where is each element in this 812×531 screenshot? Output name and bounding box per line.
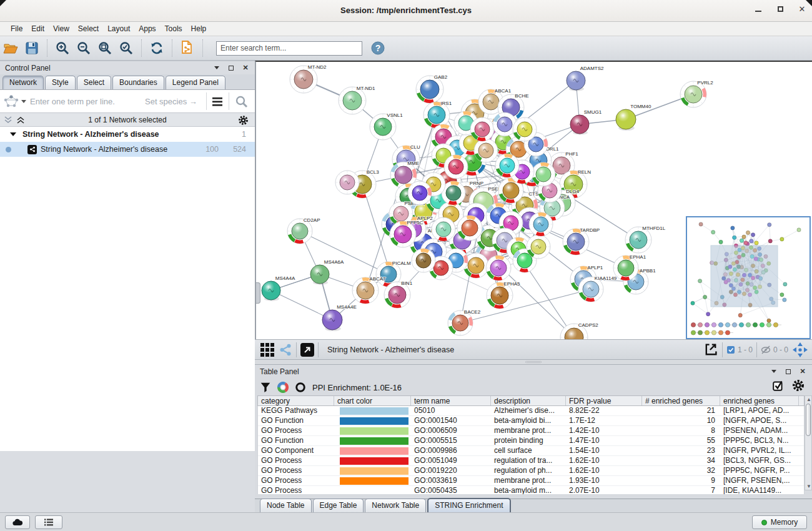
column-header-chart-color[interactable]: chart color (334, 396, 411, 405)
panel-close-icon[interactable]: ✕ (241, 64, 250, 72)
menu-view[interactable]: View (49, 23, 74, 34)
task-history-button[interactable] (35, 515, 62, 529)
protein-node[interactable] (495, 154, 519, 177)
protein-node[interactable] (529, 212, 553, 236)
scroll-down-icon[interactable]: ▼ (806, 484, 811, 489)
export-network-icon[interactable] (703, 342, 718, 357)
protein-node-mt-nd2[interactable]: MT-ND2 (290, 64, 327, 94)
memory-button[interactable]: Memory (752, 515, 807, 529)
network-row[interactable]: String Network - Alzheimer's disease 100… (0, 142, 255, 157)
table-settings-gear-icon[interactable] (792, 379, 805, 392)
zoom-in-button[interactable] (53, 39, 72, 57)
menu-edit[interactable]: Edit (27, 23, 49, 34)
protein-node-kiaa1149[interactable]: KIAA1149 (578, 275, 617, 302)
protein-node[interactable] (493, 112, 517, 136)
ring-chart-icon[interactable] (295, 382, 306, 393)
tab-node-table[interactable]: Node Table (260, 499, 312, 512)
network-options-gear-icon[interactable] (238, 115, 249, 126)
panel-menu-icon[interactable] (770, 367, 778, 376)
table-row[interactable]: GO ProcessGO:0050435beta-amyloid m...2.0… (258, 486, 804, 494)
set-species-hint[interactable]: Set species → (145, 97, 197, 106)
splitter-grip[interactable] (256, 282, 260, 304)
select-columns-icon[interactable] (772, 379, 785, 392)
panel-close-icon[interactable]: ✕ (798, 367, 807, 376)
network-view[interactable]: MT-ND2MT-ND1VSNL1GAB2IRS1ADAMTS2PVRL2TOM… (255, 61, 812, 339)
protein-node-abca7[interactable]: ABCA7 (352, 276, 386, 304)
close-button[interactable]: ✕ (797, 4, 807, 14)
tab-network[interactable]: Network (2, 76, 44, 89)
tab-network-table[interactable]: Network Table (365, 499, 426, 512)
protein-node[interactable] (432, 217, 455, 241)
column-header-term-name[interactable]: term name (411, 396, 491, 405)
string-query-input[interactable]: Enter one term per line. (30, 97, 115, 106)
column-header-description[interactable]: description (491, 396, 566, 405)
protein-node-irs1[interactable]: IRS1 (423, 101, 452, 129)
string-options-icon[interactable] (211, 96, 224, 107)
menu-apps[interactable]: Apps (134, 23, 160, 34)
filter-icon[interactable] (260, 382, 271, 393)
protein-node-vsnl1[interactable]: VSNL1 (370, 112, 403, 141)
panel-float-icon[interactable] (784, 367, 793, 376)
protein-node-ms4a4e[interactable]: MS4A4E (322, 304, 357, 332)
save-session-button[interactable] (22, 39, 41, 57)
protein-node-ms4a4a[interactable]: MS4A4A (262, 275, 295, 301)
protein-node[interactable] (412, 249, 435, 272)
protein-node-cd2ap[interactable]: CD2AP (287, 217, 320, 244)
scroll-up-icon[interactable]: ▲ (806, 397, 811, 402)
table-row[interactable]: GO ProcessGO:0019220regulation of ph...1… (258, 466, 804, 476)
zoom-out-button[interactable] (74, 39, 93, 57)
hidden-count-badge[interactable]: 0 - 0 (761, 345, 788, 354)
detach-view-icon[interactable] (300, 343, 314, 357)
minimap-viewport[interactable] (711, 246, 778, 307)
protein-node[interactable] (513, 117, 537, 141)
menu-select[interactable]: Select (74, 23, 103, 34)
table-row[interactable]: GO ComponentGO:0009986cell surface1.54E-… (258, 446, 804, 456)
horizontal-splitter[interactable] (255, 360, 812, 364)
network-from-file-button[interactable] (178, 39, 197, 57)
table-row[interactable]: GO ProcessGO:0033619membrane prot...1.93… (258, 476, 804, 486)
protein-node-tardbp[interactable]: TARDBP (563, 227, 600, 256)
scrollbar-thumb[interactable] (806, 404, 811, 436)
refresh-button[interactable] (147, 39, 166, 57)
protein-node-tomm40[interactable]: TOMM40 (616, 104, 651, 131)
string-logo-icon[interactable] (2, 94, 20, 109)
protein-node-mthfd1l[interactable]: MTHFD1L (625, 226, 666, 254)
string-search-icon[interactable] (235, 95, 249, 109)
tab-boundaries[interactable]: Boundaries (112, 76, 164, 89)
protein-node-adamts2[interactable]: ADAMTS2 (567, 66, 604, 91)
protein-node[interactable] (527, 235, 550, 259)
protein-node[interactable] (408, 181, 432, 205)
column-header-FDR-p-value[interactable]: FDR p-value (566, 396, 642, 405)
table-row[interactable]: GO FunctionGO:0001540beta-amyloid bi...1… (258, 416, 804, 426)
help-button[interactable]: ? (369, 39, 387, 57)
protein-node-bace2[interactable]: BACE2 (448, 309, 481, 336)
minimize-button[interactable] (753, 4, 763, 14)
open-file-button[interactable] (1, 39, 20, 57)
tab-string-enrichment[interactable]: STRING Enrichment (427, 498, 510, 512)
protein-node[interactable] (470, 117, 494, 141)
menu-help[interactable]: Help (187, 23, 211, 34)
zoom-selected-button[interactable] (117, 39, 136, 57)
birdseye-minimap[interactable] (686, 216, 811, 339)
column-header--enriched-genes[interactable]: # enriched genes (642, 396, 720, 405)
menu-layout[interactable]: Layout (103, 23, 134, 34)
tab-select[interactable]: Select (77, 76, 111, 89)
table-scrollbar[interactable]: ▲ ▼ (805, 395, 812, 490)
protein-node[interactable] (457, 216, 482, 241)
maximize-button[interactable] (775, 4, 785, 14)
panel-menu-icon[interactable] (212, 64, 221, 72)
protein-node-gab2[interactable]: GAB2 (416, 74, 448, 104)
network-collection-row[interactable]: String Network - Alzheimer's disease 1 (0, 127, 255, 142)
protein-node[interactable] (444, 155, 468, 179)
share-view-icon[interactable] (279, 343, 292, 357)
table-row[interactable]: GO ProcessGO:0051049regulation of tra...… (258, 456, 804, 466)
menu-tools[interactable]: Tools (161, 23, 187, 34)
table-row[interactable]: GO ProcessGO:0006509membrane prot...1.42… (258, 426, 804, 436)
dev-panel-button[interactable] (5, 515, 30, 529)
zoom-fit-button[interactable] (96, 39, 114, 57)
tab-edge-table[interactable]: Edge Table (313, 499, 364, 512)
menu-file[interactable]: File (6, 23, 27, 34)
protein-node-pvrl2[interactable]: PVRL2 (680, 80, 713, 108)
column-header-enriched-genes[interactable]: enriched genes (720, 396, 799, 405)
tree-expand-icon[interactable] (10, 132, 16, 136)
